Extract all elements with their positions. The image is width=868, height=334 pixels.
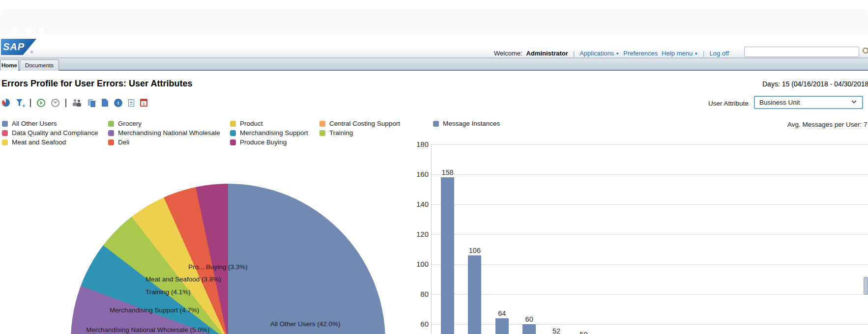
y-axis-tick-label: 100 <box>404 260 429 268</box>
menu-separator: | <box>573 50 575 57</box>
report-icon[interactable] <box>128 99 134 107</box>
legend-label: All Other Users <box>12 120 57 127</box>
y-axis-line <box>431 144 432 334</box>
legend-label: Product <box>240 120 263 127</box>
bar-message-instances[interactable] <box>495 318 509 334</box>
pie-slice-label: Pro... Buying (3.3%) <box>188 263 248 271</box>
legend-label: Produce Buying <box>240 139 287 146</box>
pie-slice-label: Meat and Seafood (3.8%) <box>145 276 221 283</box>
legend-item: Product <box>230 120 263 127</box>
registered-mark: ® <box>30 51 33 54</box>
y-axis-tick-label: 180 <box>404 140 429 148</box>
legend-item: Merchandising National Wholesale <box>108 129 220 137</box>
legend-label: Meat and Seafood <box>12 139 66 146</box>
avg-messages-label: Avg. Messages per User: 7 <box>787 121 868 128</box>
y-axis-tick-label: 140 <box>404 200 429 208</box>
y-axis-tick-label: 120 <box>404 230 429 238</box>
menu-separator: | <box>703 50 704 57</box>
legend-item: Grocery <box>108 120 142 127</box>
log-off-link[interactable]: Log off <box>710 50 729 57</box>
user-attribute-select[interactable]: Business Unit <box>754 96 863 109</box>
legend-label: Merchandising Support <box>240 129 308 137</box>
app-header <box>0 34 868 58</box>
users-icon[interactable] <box>72 99 82 107</box>
preferences-link[interactable]: Preferences <box>623 50 658 57</box>
gridline <box>432 174 868 175</box>
y-axis-tick-label: 80 <box>404 290 429 298</box>
gridline <box>432 264 868 265</box>
legend-swatch <box>108 139 114 145</box>
add-filter-icon[interactable] <box>16 99 24 107</box>
bar-value-label: 50 <box>570 331 597 334</box>
search-icon[interactable] <box>863 48 868 54</box>
drill-down-icon[interactable] <box>51 99 59 107</box>
chevron-down-icon <box>852 99 857 104</box>
legend-swatch <box>230 130 236 136</box>
window-title-bar <box>0 9 868 34</box>
y-axis-tick-label: 60 <box>404 320 429 328</box>
legend-swatch <box>230 121 236 127</box>
legend-item: All Other Users <box>2 120 57 127</box>
chart-type-pie-icon[interactable] <box>2 99 10 107</box>
bar-message-instances[interactable] <box>468 255 481 334</box>
legend-label: Grocery <box>118 120 142 127</box>
page-title: Errors Profile for User Errors: User Att… <box>1 79 192 89</box>
document-icon[interactable] <box>102 99 108 107</box>
legend-item: Central Costing Support <box>319 120 400 127</box>
legend-item: Deli <box>108 139 129 146</box>
tab-home[interactable]: Home <box>0 59 19 71</box>
bar-value-label: 158 <box>434 168 461 176</box>
gridline <box>432 144 868 145</box>
search-input[interactable] <box>744 47 859 57</box>
bar-message-instances[interactable] <box>522 324 536 334</box>
legend-label: Data Quality and Compliance <box>12 129 98 137</box>
legend-item: Produce Buying <box>230 139 287 146</box>
copy-icon[interactable] <box>87 99 96 107</box>
legend-swatch <box>108 130 114 136</box>
toolbar-separator <box>30 99 31 107</box>
legend-item: Training <box>319 129 353 137</box>
bar-value-label: 106 <box>461 247 488 254</box>
bar-legend-label: Message Instances <box>443 120 500 127</box>
pie-slice-label: Training (4.1%) <box>145 288 191 296</box>
applications-menu[interactable]: Applications <box>579 50 619 57</box>
days-range-label: Days: 15 (04/16/2018 - 04/30/2018) <box>762 80 868 88</box>
gridline <box>432 234 868 235</box>
bar-value-label: 52 <box>543 327 570 334</box>
legend-item: Data Quality and Compliance <box>2 129 98 137</box>
bar-value-label: 64 <box>489 309 516 317</box>
pie-slice-label: Merchandising Support (4.7%) <box>110 306 199 314</box>
legend-label: Deli <box>118 139 129 146</box>
tab-bar: Home Documents <box>0 58 868 71</box>
bar-value-label: 60 <box>516 315 543 323</box>
gridline <box>432 294 868 295</box>
bar-legend: Message Instances <box>433 120 500 127</box>
legend-label: Training <box>329 129 353 137</box>
legend-swatch <box>2 130 8 136</box>
sap-bi-launchpad-window: SAP ® Welcome: Administrator | Applicati… <box>0 0 868 334</box>
toolbar: i <box>2 98 147 108</box>
pie-slice-label: Merchandising National Wholesale (5.0%) <box>86 326 209 334</box>
legend-item: Meat and Seafood <box>2 139 66 146</box>
legend-swatch <box>319 121 325 127</box>
vertical-scrollbar-thumb[interactable] <box>864 277 868 295</box>
legend-swatch <box>319 130 325 136</box>
legend-item: Merchandising Support <box>230 129 308 137</box>
bar-legend-swatch <box>433 121 439 127</box>
legend-swatch <box>2 121 8 127</box>
pie-slice-label: All Other Users (42.0%) <box>270 320 341 328</box>
help-menu[interactable]: Help menu <box>662 50 698 57</box>
user-attribute-value: Business Unit <box>759 99 800 106</box>
drill-forward-icon[interactable] <box>37 99 45 107</box>
legend-label: Central Costing Support <box>329 120 400 127</box>
header-menu: Welcome: Administrator | Applications Pr… <box>494 48 729 58</box>
info-icon[interactable]: i <box>114 99 122 107</box>
calendar-icon[interactable] <box>140 99 147 107</box>
gridline <box>432 204 868 205</box>
username: Administrator <box>526 50 568 57</box>
legend-swatch <box>2 139 8 145</box>
bar-message-instances[interactable] <box>441 177 454 334</box>
legend-swatch <box>230 139 236 145</box>
tab-documents[interactable]: Documents <box>20 59 59 71</box>
toolbar-separator <box>65 99 66 107</box>
